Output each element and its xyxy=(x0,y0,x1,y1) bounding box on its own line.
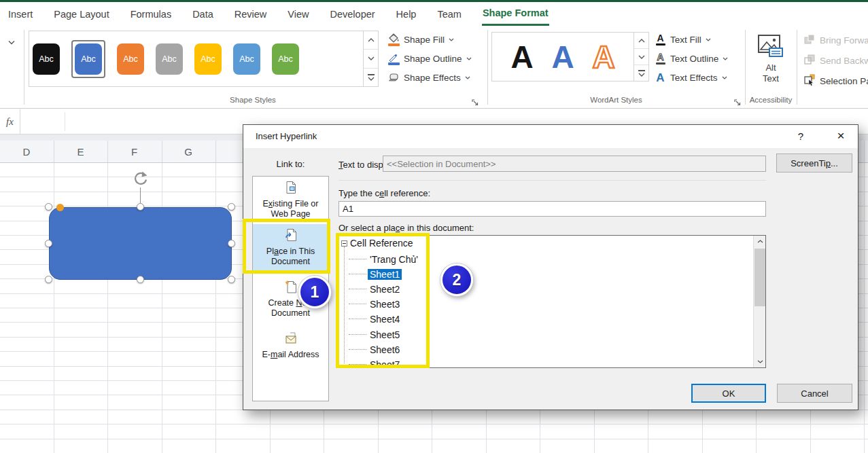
sidebar-item-email-address[interactable]: E-mail Address xyxy=(253,331,328,360)
column-header[interactable]: F xyxy=(107,141,161,163)
gallery-scroll-up-button[interactable] xyxy=(634,33,648,49)
sidebar-item-label: Existing File or xyxy=(263,199,319,209)
highlight-box-sheet-list xyxy=(336,233,430,368)
shape-effects-label: Shape Effects xyxy=(404,73,461,83)
shape-fill-label: Shape Fill xyxy=(404,35,445,45)
alt-text-label: AltText xyxy=(763,62,779,84)
send-backward-button: Send Backward xyxy=(803,52,868,69)
shape-handle-s[interactable] xyxy=(137,276,144,283)
chevron-down-icon[interactable] xyxy=(8,35,15,48)
shape-style-chip[interactable]: Abc xyxy=(194,43,222,75)
shape-handle-sw[interactable] xyxy=(45,276,52,283)
sidebar-item-label: Web Page xyxy=(271,209,310,219)
fx-icon[interactable]: fx xyxy=(0,109,20,134)
gallery-scroll-up-button[interactable] xyxy=(364,31,378,50)
tab-help[interactable]: Help xyxy=(396,2,417,26)
chip-label: Abc xyxy=(123,54,138,64)
shape-outline-button[interactable]: Shape Outline xyxy=(387,50,472,67)
existing-file-icon xyxy=(284,181,298,197)
tab-team[interactable]: Team xyxy=(436,2,462,26)
shape-style-chip[interactable]: Abc xyxy=(156,43,183,75)
shape-style-chip-selected[interactable]: Abc xyxy=(75,43,102,75)
tab-shape-format[interactable]: Shape Format xyxy=(482,2,549,26)
text-effects-label: Text Effects xyxy=(670,73,718,83)
excel-window: Insert Page Layout Formulas Data Review … xyxy=(0,0,868,453)
chip-label: Abc xyxy=(39,54,54,64)
selection-pane-button[interactable]: Selection Pane xyxy=(803,73,868,89)
rotate-handle-icon[interactable] xyxy=(132,170,150,190)
rounded-rectangle-shape[interactable] xyxy=(49,207,232,280)
shape-style-chip[interactable]: Abc xyxy=(33,43,60,75)
shape-handle-n[interactable] xyxy=(137,203,144,211)
wordart-style-black[interactable]: A xyxy=(510,41,533,73)
shape-effects-button[interactable]: Shape Effects xyxy=(387,69,470,86)
shape-styles-gallery-scroll xyxy=(364,31,379,87)
tab-data[interactable]: Data xyxy=(192,2,214,26)
shape-style-chip[interactable]: Abc xyxy=(117,43,144,75)
shape-handle-se[interactable] xyxy=(228,276,235,283)
close-icon[interactable]: × xyxy=(831,125,851,148)
text-fill-button[interactable]: A Text Fill xyxy=(655,31,711,48)
gallery-scroll-down-button[interactable] xyxy=(634,49,648,65)
chip-label: Abc xyxy=(239,54,254,64)
wordart-style-blue[interactable]: A xyxy=(551,41,574,73)
selection-pane-icon xyxy=(803,74,816,88)
text-effects-button[interactable]: A Text Effects xyxy=(655,69,727,86)
tab-formulas[interactable]: Formulas xyxy=(130,2,172,26)
tab-review[interactable]: Review xyxy=(234,2,268,26)
cell-reference-input[interactable]: A1 xyxy=(338,201,766,217)
more-bar xyxy=(368,74,375,75)
shape-fill-button[interactable]: Shape Fill xyxy=(387,31,454,48)
screentip-button[interactable]: ScreenTip... xyxy=(776,153,852,173)
link-to-label: Link to: xyxy=(252,159,329,169)
tab-view[interactable]: View xyxy=(287,2,309,26)
group-divider xyxy=(24,30,24,105)
accessibility-group-label: Accessibility xyxy=(745,96,797,107)
text-outline-label: Text Outline xyxy=(670,54,718,64)
scroll-down-icon[interactable] xyxy=(754,356,766,367)
shape-handle-w[interactable] xyxy=(45,240,52,247)
shape-handle-nw[interactable] xyxy=(45,203,52,211)
ok-button[interactable]: OK xyxy=(691,384,766,403)
wordart-group-label: WordArt Styles xyxy=(491,96,741,107)
bring-forward-icon xyxy=(803,33,816,48)
sidebar-item-label: E-mail Address xyxy=(262,350,319,360)
shape-handle-ne[interactable] xyxy=(228,203,235,211)
shape-style-chip[interactable]: Abc xyxy=(233,43,260,75)
tab-page-layout[interactable]: Page Layout xyxy=(53,2,109,26)
chip-label: Abc xyxy=(81,54,96,64)
gallery-more-button[interactable] xyxy=(364,69,378,86)
gallery-more-button[interactable] xyxy=(634,65,648,81)
scrollbar-thumb[interactable] xyxy=(754,249,765,306)
ribbon: Abc Abc Abc Abc Abc Abc Abc Shape Fill xyxy=(0,26,868,109)
column-header[interactable]: D xyxy=(0,141,53,163)
cancel-button[interactable]: Cancel xyxy=(777,384,852,403)
dialog-title: Insert Hyperlink xyxy=(256,125,317,148)
tab-developer[interactable]: Developer xyxy=(330,2,376,26)
tree-scrollbar[interactable] xyxy=(753,236,765,367)
column-header[interactable]: G xyxy=(161,141,215,163)
alt-text-icon xyxy=(757,34,784,61)
help-button[interactable]: ? xyxy=(791,125,810,148)
gallery-scroll-down-button[interactable] xyxy=(364,50,378,68)
pencil-icon xyxy=(387,52,400,65)
sidebar-item-existing-file[interactable]: Existing File or Web Page xyxy=(253,181,328,219)
dialog-separator xyxy=(338,180,766,181)
shape-handle-e[interactable] xyxy=(228,240,235,247)
shape-style-chip[interactable]: Abc xyxy=(272,43,299,75)
text-outline-button[interactable]: A Text Outline xyxy=(655,50,728,67)
chip-label: Abc xyxy=(162,54,177,64)
scroll-up-icon[interactable] xyxy=(754,236,766,247)
wordart-style-orange-outline[interactable]: A xyxy=(592,41,614,73)
text-effects-icon: A xyxy=(655,73,666,82)
text-to-display-input[interactable]: <<Selection in Document>> xyxy=(383,156,766,172)
wordart-gallery-scroll xyxy=(634,32,649,81)
wordart-dialog-launcher-icon[interactable] xyxy=(734,97,742,105)
alt-text-button[interactable]: AltText xyxy=(748,34,794,95)
shape-adjust-handle[interactable] xyxy=(56,204,64,211)
column-header[interactable]: E xyxy=(54,141,107,163)
shape-styles-dialog-launcher-icon[interactable] xyxy=(472,97,480,105)
ribbon-tab-bar: Insert Page Layout Formulas Data Review … xyxy=(0,2,868,26)
tab-insert[interactable]: Insert xyxy=(7,2,33,26)
more-bar xyxy=(638,70,645,71)
